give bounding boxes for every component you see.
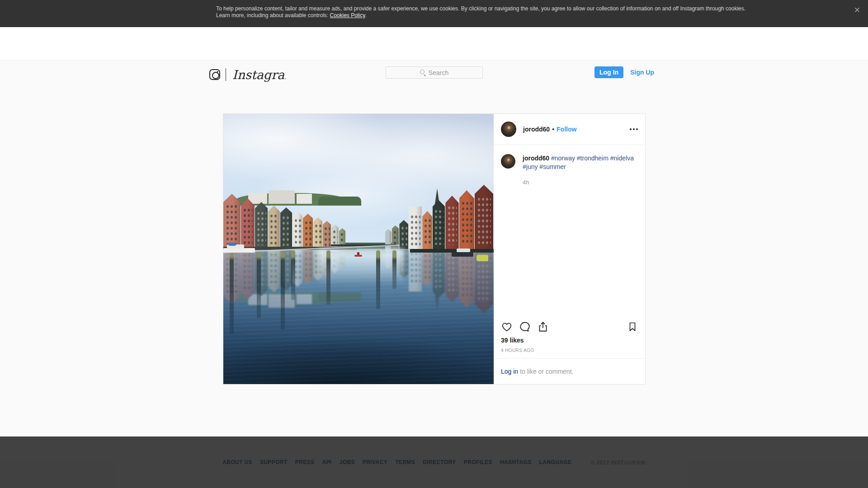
photo-skyline <box>223 172 494 249</box>
likes-count[interactable]: 39 likes <box>501 337 524 344</box>
site-header: Instagram Search Log In Sign Up <box>0 27 868 61</box>
photo-building <box>303 249 313 284</box>
photo-building <box>409 249 422 291</box>
photo-mooring-pole <box>291 250 295 300</box>
search-placeholder: Search <box>429 69 448 76</box>
action-icons-row <box>501 321 638 333</box>
hashtag-link[interactable]: #norway <box>551 155 575 162</box>
post-panel: jorodd60 • Follow jorodd60 #norway #tron… <box>494 114 645 384</box>
hashtag-link[interactable]: #juny <box>523 163 538 170</box>
photo-mooring-pole <box>281 250 285 329</box>
login-button[interactable]: Log In <box>594 66 623 78</box>
photo-building <box>409 206 422 249</box>
photo-building <box>459 190 474 249</box>
photo-building <box>445 249 458 302</box>
photo-building <box>241 249 255 300</box>
photo-mooring-pole <box>230 250 234 334</box>
photo-boat <box>457 249 470 252</box>
avatar[interactable] <box>501 154 515 169</box>
photo-building <box>422 249 432 287</box>
hashtag-link[interactable]: #trondheim <box>577 155 609 162</box>
photo-building <box>268 249 280 292</box>
post-timestamp: 4 HOURS AGO <box>501 348 638 353</box>
search-input[interactable]: Search <box>386 66 483 79</box>
instagram-camera-icon <box>209 69 220 80</box>
comment-login-bar: Log in to like or comment. <box>494 358 645 384</box>
photo-building <box>445 196 458 249</box>
caption-body: jorodd60 #norway #trondheim #nidelva #ju… <box>523 154 638 318</box>
like-heart-icon[interactable] <box>501 321 513 333</box>
cookie-close-icon[interactable]: ✕ <box>854 6 860 14</box>
photo-building <box>313 217 322 249</box>
cookie-banner: To help personalize content, tailor and … <box>0 0 868 27</box>
post-card: jorodd60 • Follow jorodd60 #norway #tron… <box>223 113 646 385</box>
cookies-policy-link[interactable]: Cookies Policy <box>330 12 365 19</box>
photo-building <box>433 200 445 249</box>
cookie-text: To help personalize content, tailor and … <box>216 5 745 19</box>
caption-section: jorodd60 #norway #trondheim #nidelva #ju… <box>494 145 645 318</box>
brand-divider <box>226 68 226 81</box>
post-photo[interactable] <box>223 114 494 384</box>
signup-link[interactable]: Sign Up <box>630 69 654 76</box>
cookie-text-suffix: . <box>365 12 366 19</box>
photo-dock <box>223 248 255 253</box>
caption-timestamp: 4h <box>523 178 638 187</box>
photo-kayaker <box>357 252 359 255</box>
login-bar: Log In to Instagram Log in to see photos… <box>0 436 868 488</box>
hashtag-link[interactable]: #summer <box>539 163 566 170</box>
login-inline-suffix: to like or comment. <box>520 368 573 375</box>
svg-text:Instagram: Instagram <box>232 68 286 82</box>
dot-separator: • <box>552 126 554 133</box>
comment-icon[interactable] <box>519 321 531 333</box>
photo-building <box>459 249 474 308</box>
photo-mooring-pole <box>392 250 396 289</box>
more-options-icon[interactable] <box>630 127 638 132</box>
photo-building <box>255 202 268 249</box>
photo-boat <box>476 255 488 261</box>
photo-sky-reflection <box>318 249 404 285</box>
photo-building <box>292 211 302 249</box>
login-inline-link[interactable]: Log in <box>501 368 518 375</box>
photo-building <box>475 185 493 249</box>
photo-mooring-pole <box>326 250 330 305</box>
photo-mooring-pole <box>257 250 261 318</box>
photo-buildings-left <box>223 194 359 249</box>
instagram-wordmark: Instagram <box>231 66 286 84</box>
cookie-banner-text: To help personalize content, tailor and … <box>216 5 756 19</box>
hashtag-link[interactable]: #nidelva <box>610 155 634 162</box>
photo-building <box>433 249 445 298</box>
photo-building <box>399 220 408 249</box>
photo-building <box>422 211 432 249</box>
bookmark-icon[interactable] <box>627 321 638 332</box>
instagram-home-link[interactable]: Instagram <box>209 66 286 84</box>
photo-building <box>241 198 255 249</box>
avatar[interactable] <box>501 122 516 137</box>
photo-building <box>280 207 292 249</box>
follow-button[interactable]: Follow <box>557 126 576 133</box>
post-header: jorodd60 • Follow <box>494 114 645 145</box>
photo-boat <box>227 244 244 249</box>
photo-building <box>223 194 241 249</box>
photo-buildings-right <box>385 185 494 249</box>
photo-mooring-pole <box>376 250 380 309</box>
caption-username-link[interactable]: jorodd60 <box>523 155 549 162</box>
search-icon <box>420 70 426 75</box>
photo-building <box>268 206 280 249</box>
actions-section: 39 likes 4 HOURS AGO <box>494 318 645 358</box>
photo-boat <box>452 252 473 257</box>
share-icon[interactable] <box>537 321 549 333</box>
photo-building <box>323 221 331 249</box>
photo-building <box>303 214 313 249</box>
username-link[interactable]: jorodd60 <box>523 126 550 133</box>
